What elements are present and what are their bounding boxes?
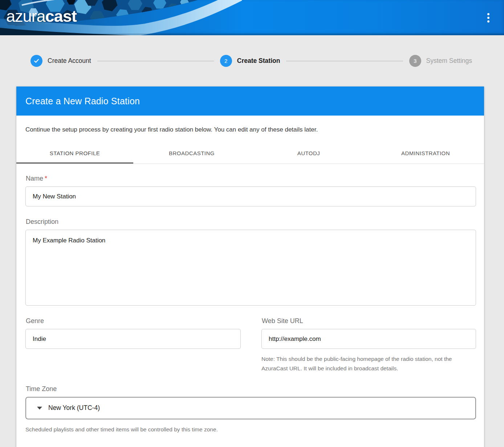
tab-administration[interactable]: ADMINISTRATION [367,143,484,164]
name-field-group: Name* [25,175,476,206]
tab-broadcasting[interactable]: BROADCASTING [133,143,250,164]
step-label: Create Station [237,57,280,65]
card-header: Create a New Radio Station [16,86,484,116]
step-create-station: 2 Create Station [220,55,280,67]
step-label: System Settings [426,57,472,65]
tab-bar: STATION PROFILE BROADCASTING AUTODJ ADMI… [16,143,484,164]
step-number-badge: 3 [409,55,421,67]
logo-text-azura: azura [6,7,45,25]
step-create-account: Create Account [31,55,91,67]
step-number-badge: 2 [220,55,232,67]
timezone-selected-value: New York (UTC-4) [48,404,100,412]
tab-autodj[interactable]: AUTODJ [250,143,367,164]
timezone-select[interactable]: New York (UTC-4) [25,397,476,419]
timezone-label: Time Zone [26,385,476,393]
tab-station-profile[interactable]: STATION PROFILE [16,143,133,164]
step-connector [286,61,403,61]
azuracast-logo: azuracast [6,7,77,26]
description-label: Description [26,218,476,226]
website-url-note: Note: This should be the public-facing h… [261,354,476,374]
create-station-card: Create a New Radio Station Continue the … [16,86,484,447]
setup-page: azuracast Create Account 2 Create Statio… [0,0,504,447]
genre-url-row: Genre Web Site URL Note: This should be … [25,317,476,374]
genre-input[interactable] [25,329,241,349]
genre-field-group: Genre [25,317,241,374]
description-textarea[interactable]: My Example Radio Station [25,230,476,306]
description-field-group: Description My Example Radio Station [25,218,476,306]
timezone-field-group: Time Zone New York (UTC-4) Scheduled pla… [25,385,476,434]
step-connector [97,61,214,61]
step-system-settings: 3 System Settings [409,55,472,67]
website-url-field-group: Web Site URL Note: This should be the pu… [261,317,476,374]
genre-label: Genre [26,317,241,325]
required-asterisk: * [45,175,47,182]
name-label: Name* [26,175,476,182]
page-title: Create a New Radio Station [25,96,140,106]
kebab-menu-icon[interactable] [485,12,492,24]
website-url-input[interactable] [261,329,476,349]
intro-text: Continue the setup process by creating y… [16,116,484,133]
name-input[interactable] [25,186,476,206]
website-url-label: Web Site URL [262,317,476,325]
app-header: azuracast [0,0,504,35]
check-icon [31,55,42,67]
station-profile-form: Name* Description My Example Radio Stati… [16,164,484,447]
setup-stepper: Create Account 2 Create Station 3 System… [0,35,504,86]
logo-text-cast: cast [45,7,77,25]
name-label-text: Name [26,175,43,182]
step-label: Create Account [48,57,91,65]
timezone-note: Scheduled playlists and other timed item… [25,425,476,434]
chevron-down-icon [37,407,42,410]
